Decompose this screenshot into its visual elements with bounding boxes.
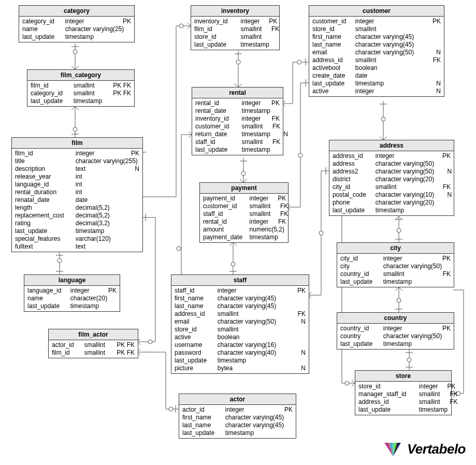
column-row: customer_idsmallintFK [195, 123, 280, 130]
column-row: rental_durationint [15, 188, 139, 196]
entity-category: categorycategory_idintegerPKnamecharacte… [19, 5, 135, 42]
svg-point-41 [177, 246, 181, 251]
column-row: release_yearint [15, 173, 139, 181]
column-row: activeboolboolean [312, 64, 441, 72]
column-row: store_idintegerPK [358, 383, 448, 390]
entity-columns: actor_idintegerPKfirst_namecharacter var… [179, 405, 296, 438]
entity-film-category: film_categoryfilm_idsmallintPK FKcategor… [27, 69, 135, 107]
column-row: emailcharacter varying(50)N [175, 318, 306, 326]
svg-point-54 [319, 231, 323, 235]
column-row: last_updatetimestamp [195, 146, 280, 154]
column-row: namecharacter(20) [27, 295, 117, 302]
entity-title: film_category [27, 70, 134, 81]
column-row: districtcharacter varying(20) [333, 176, 451, 183]
vertabelo-logo: Vertabelo [383, 441, 466, 457]
column-row: film_idsmallintFK [194, 25, 276, 33]
svg-point-2 [73, 50, 77, 54]
entity-title: film [12, 138, 142, 149]
column-row: last_updatetimestamp [15, 227, 139, 235]
column-row: address_idsmallintFK [312, 56, 441, 64]
entity-inventory: inventoryinventory_idintegerPKfilm_idsma… [191, 5, 280, 50]
column-row: last_updatetimestampN [312, 80, 441, 88]
svg-point-5 [73, 127, 77, 132]
column-row: replacement_costdecimal(5,2) [15, 212, 139, 220]
column-row: city_idsmallintFK [333, 183, 451, 191]
column-row: film_idintegerPK [15, 150, 139, 157]
column-row: emailcharacter varying(50)N [312, 49, 441, 56]
column-row: staff_idsmallintFK [195, 138, 280, 146]
column-row: create_datedate [312, 72, 441, 80]
column-row: film_idsmallintPK FK [31, 82, 131, 90]
entity-title: language [24, 275, 120, 286]
column-row: amountnumeric(5,2) [203, 226, 285, 234]
column-row: customer_idintegerPK [312, 18, 441, 25]
entity-title: address [329, 140, 454, 151]
column-row: last_updatetimestamp [358, 406, 448, 414]
column-row: address2character varying(50)N [333, 168, 451, 176]
column-row: film_idsmallintPK FK [52, 349, 135, 357]
column-row: fulltexttext [15, 243, 139, 251]
svg-point-25 [169, 407, 173, 411]
entity-columns: country_idintegerPKcountrycharacter vary… [337, 324, 454, 349]
column-row: inventory_idintegerFK [195, 115, 280, 123]
entity-staff: staffstaff_idintegerPKfirst_namecharacte… [171, 274, 309, 374]
column-row: language_idint [15, 181, 139, 188]
column-row: actor_idintegerPK [182, 406, 293, 414]
entity-address: addressaddress_idintegerPKaddresscharact… [329, 140, 454, 216]
svg-point-49 [231, 262, 235, 266]
column-row: countrycharacter varying(50) [340, 332, 451, 340]
column-row: inventory_idintegerPK [194, 18, 276, 25]
svg-point-28 [236, 60, 240, 64]
entity-title: customer [309, 6, 444, 17]
svg-point-15 [179, 24, 183, 28]
svg-point-64 [397, 298, 401, 302]
column-row: last_updatetimestamp [340, 340, 451, 348]
entity-title: film_actor [49, 329, 138, 340]
entity-city: citycity_idintegerPKcitycharacter varyin… [337, 242, 454, 287]
column-row: store_idsmallint [194, 33, 276, 41]
column-row: country_idsmallintFK [340, 270, 451, 278]
svg-point-68 [407, 358, 411, 362]
entity-title: actor [179, 394, 296, 405]
entity-title: city [337, 243, 454, 254]
entity-columns: address_idintegerPKaddresscharacter vary… [329, 151, 454, 215]
column-row: manager_staff_idsmallintFK [358, 390, 448, 398]
column-row: first_namecharacter varying(45) [175, 295, 306, 302]
column-row: first_namecharacter varying(45) [182, 414, 293, 422]
entity-columns: staff_idintegerPKfirst_namecharacter var… [171, 286, 309, 373]
column-row: phonecharacter varying(20) [333, 199, 451, 207]
column-row: address_idsmallintFK [358, 398, 448, 406]
column-row: renatal_datedate [15, 196, 139, 204]
column-row: rental_idintegerFK [203, 218, 285, 226]
column-row: last_namecharacter varying(45) [182, 422, 293, 429]
entity-title: store [355, 371, 451, 382]
entity-columns: store_idintegerPKmanager_staff_idsmallin… [355, 382, 451, 415]
entity-customer: customercustomer_idintegerPKstore_idsmal… [309, 5, 444, 97]
column-row: store_idsmallint [175, 326, 306, 333]
column-row: titlecharacter varying(255) [15, 157, 139, 165]
column-row: last_updatetimestamp [175, 357, 306, 365]
column-row: category_idsmallintPK FK [31, 90, 131, 97]
entity-language: languagelanguage_idintegerPKnamecharacte… [24, 274, 120, 312]
column-row: citycharacter varying(50) [340, 263, 451, 270]
svg-point-9 [57, 258, 62, 263]
column-row: staff_idsmallintFK [203, 210, 285, 218]
entity-title: inventory [191, 6, 279, 17]
column-row: ratingdecimal(3,2) [15, 220, 139, 227]
column-row: picturebyteaN [175, 365, 306, 372]
column-row: lengthdecimal(5,2) [15, 204, 139, 212]
logo-text: Vertabelo [407, 441, 466, 457]
column-row: last_updatetimestamp [31, 97, 131, 105]
entity-title: rental [192, 88, 283, 98]
column-row: payment_datetimestamp [203, 234, 285, 241]
column-row: passwordcharacter varying(40)N [175, 349, 306, 357]
column-row: addresscharacter varying(50) [333, 160, 451, 168]
entity-columns: film_idsmallintPK FKcategory_idsmallintP… [27, 81, 134, 106]
entity-columns: city_idintegerPKcitycharacter varying(50… [337, 254, 454, 287]
column-row: activeboolean [175, 333, 306, 341]
column-row: activeintegerN [312, 88, 441, 95]
entity-title: staff [171, 275, 309, 286]
column-row: last_namecharacter varying(45) [175, 302, 306, 310]
svg-point-61 [397, 228, 401, 232]
entity-title: payment [200, 183, 288, 194]
